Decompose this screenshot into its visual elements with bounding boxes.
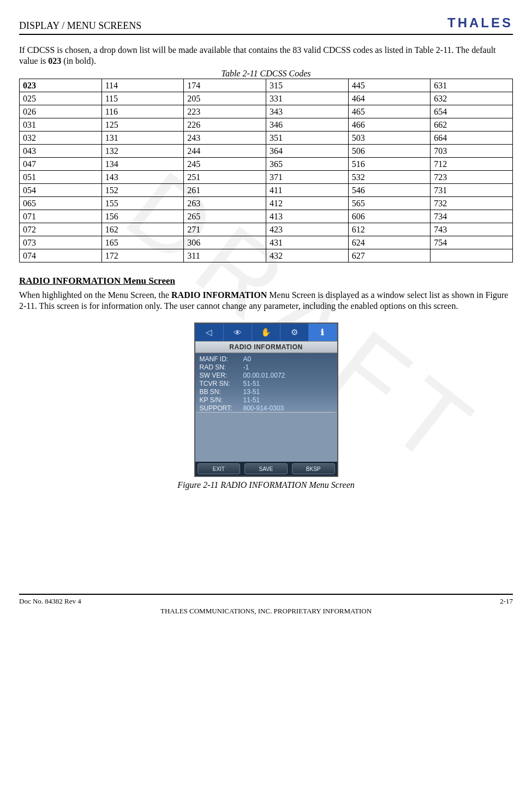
softkey-exit[interactable]: EXIT — [198, 463, 241, 474]
table-cell: 051 — [20, 171, 102, 184]
table-row: 047134245365516712 — [20, 158, 513, 171]
table-cell: 054 — [20, 184, 102, 197]
table-row: 025115205331464632 — [20, 92, 513, 105]
info-row: KP S/N:11-51 — [200, 396, 333, 404]
table-cell: 413 — [266, 210, 348, 223]
table-cell: 731 — [431, 184, 513, 197]
table-cell: 172 — [101, 249, 184, 262]
device-screenshot: ◁ 👁 ✋ ⚙ ℹ RADIO INFORMATION MANF ID:A0RA… — [194, 323, 338, 477]
table-row: 032131243351503664 — [20, 132, 513, 145]
table-cell: 074 — [20, 249, 102, 262]
table-cell: 466 — [348, 118, 431, 132]
table-cell: 073 — [20, 236, 102, 249]
info-row: SW VER:00.00.01.0072 — [200, 372, 333, 379]
info-label: SW VER: — [200, 372, 243, 379]
table-row: 023114174315445631 — [20, 79, 513, 92]
table-cell: 432 — [266, 249, 348, 262]
table-row: 071156265413606734 — [20, 210, 513, 223]
info-label: SUPPORT: — [200, 404, 243, 412]
table-cell: 245 — [184, 158, 266, 171]
table-cell: 532 — [348, 171, 431, 184]
info-value: 00.00.01.0072 — [243, 372, 285, 379]
table-cell: 025 — [20, 92, 102, 105]
table-cell: 265 — [184, 210, 266, 223]
table-cell: 047 — [20, 158, 102, 171]
table-row: 065155263412565732 — [20, 197, 513, 210]
table-cell: 503 — [348, 132, 431, 145]
info-row: TCVR SN:51-51 — [200, 380, 333, 387]
info-value: -1 — [243, 363, 249, 371]
info-value: 11-51 — [243, 396, 260, 404]
radio-info-section-title: RADIO INFORMATION Menu Screen — [19, 276, 513, 286]
table-cell: 423 — [266, 223, 348, 236]
table-cell: 132 — [101, 145, 184, 158]
info-label: MANF ID: — [200, 355, 243, 363]
table-cell: 315 — [266, 79, 348, 92]
softkey-bksp[interactable]: BKSP — [292, 463, 335, 474]
table-row: 026116223343465654 — [20, 105, 513, 118]
info-row: MANF ID:A0 — [200, 355, 333, 363]
table-cell: 031 — [20, 118, 102, 132]
table-cell: 445 — [348, 79, 431, 92]
tab-view[interactable]: 👁 — [224, 324, 252, 341]
table-cell: 023 — [20, 79, 102, 92]
table-cell: 754 — [431, 236, 513, 249]
table-cell: 612 — [348, 223, 431, 236]
figure-container: ◁ 👁 ✋ ⚙ ℹ RADIO INFORMATION MANF ID:A0RA… — [19, 323, 513, 490]
softkey-save[interactable]: SAVE — [244, 463, 288, 474]
table-cell: 351 — [266, 132, 348, 145]
table-cell: 065 — [20, 197, 102, 210]
cdcss-codes-table: 0231141743154456310251152053314646320261… — [19, 79, 513, 262]
table-cell: 125 — [101, 118, 184, 132]
table-row: 073165306431624754 — [20, 236, 513, 249]
table-row: 051143251371532723 — [20, 171, 513, 184]
table-cell: 632 — [431, 92, 513, 105]
table-cell: 226 — [184, 118, 266, 132]
table-cell: 114 — [101, 79, 184, 92]
radio-info-text-a: When highlighted on the Menu Screen, the — [19, 290, 171, 300]
table-cell: 143 — [101, 171, 184, 184]
info-value: 13-51 — [243, 388, 260, 396]
table-cell: 072 — [20, 223, 102, 236]
tab-settings[interactable]: ⚙ — [280, 324, 309, 341]
table-cell: 712 — [431, 158, 513, 171]
table-cell — [431, 249, 513, 262]
table-cell: 371 — [266, 171, 348, 184]
table-cell: 364 — [266, 145, 348, 158]
table-cell: 026 — [20, 105, 102, 118]
table-cell: 734 — [431, 210, 513, 223]
device-softkey-row: EXIT SAVE BKSP — [195, 462, 337, 476]
table-cell: 516 — [348, 158, 431, 171]
table-row: 072162271423612743 — [20, 223, 513, 236]
intro-default-code: 023 — [48, 56, 61, 65]
table-cell: 732 — [431, 197, 513, 210]
table-cell: 116 — [101, 105, 184, 118]
info-label: TCVR SN: — [200, 380, 243, 387]
table-cell: 131 — [101, 132, 184, 145]
tab-info[interactable]: ℹ — [309, 324, 337, 341]
table-cell: 306 — [184, 236, 266, 249]
table-cell: 205 — [184, 92, 266, 105]
table-row: 074172311432627 — [20, 249, 513, 262]
table-row: 043132244364506703 — [20, 145, 513, 158]
table-cell: 174 — [184, 79, 266, 92]
info-label: RAD SN: — [200, 363, 243, 371]
tab-back[interactable]: ◁ — [195, 324, 224, 341]
device-tab-row: ◁ 👁 ✋ ⚙ ℹ — [195, 324, 337, 341]
table-cell: 464 — [348, 92, 431, 105]
table-cell: 343 — [266, 105, 348, 118]
tab-hand[interactable]: ✋ — [252, 324, 280, 341]
table-cell: 606 — [348, 210, 431, 223]
table-cell: 071 — [20, 210, 102, 223]
table-cell: 411 — [266, 184, 348, 197]
table-cell: 243 — [184, 132, 266, 145]
section-title-header: DISPLAY / MENU SCREENS — [19, 20, 141, 32]
info-row: BB SN:13-51 — [200, 388, 333, 396]
table-row: 031125226346466662 — [20, 118, 513, 132]
table-cell: 115 — [101, 92, 184, 105]
intro-text-b: (in bold). — [61, 56, 96, 65]
footer-doc-number: Doc No. 84382 Rev 4 — [19, 597, 81, 606]
table-cell: 565 — [348, 197, 431, 210]
table-cell: 431 — [266, 236, 348, 249]
device-heading: RADIO INFORMATION — [195, 341, 337, 353]
